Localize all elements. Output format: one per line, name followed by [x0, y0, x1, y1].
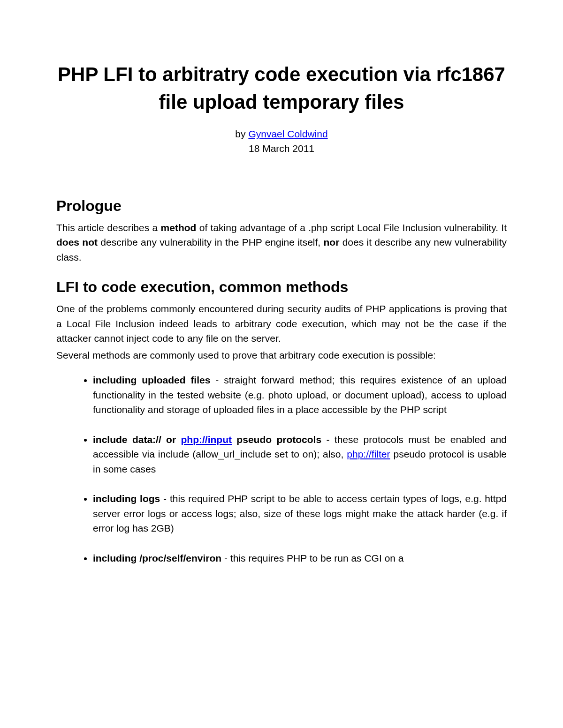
methods-intro-1: One of the problems commonly encountered… — [56, 301, 507, 346]
section-heading-methods: LFI to code execution, common methods — [56, 278, 507, 296]
publication-date: 18 March 2011 — [249, 143, 314, 154]
document-title: PHP LFI to arbitratry code execution via… — [56, 61, 507, 116]
section-heading-prologue: Prologue — [56, 197, 507, 215]
byline-prefix: by — [235, 128, 248, 139]
methods-intro-2: Several methods are commonly used to pro… — [56, 348, 507, 363]
php-filter-link[interactable]: php://filter — [347, 449, 390, 459]
list-item: including uploaded files - straight forw… — [93, 373, 507, 417]
php-input-link[interactable]: php://input — [181, 434, 232, 445]
list-item: include data:// or php://input pseudo pr… — [93, 432, 507, 477]
prologue-paragraph: This article describes a method of takin… — [56, 220, 507, 265]
list-item: including logs - this required PHP scrip… — [93, 491, 507, 536]
byline: by Gynvael Coldwind 18 March 2011 — [56, 127, 507, 156]
methods-list: including uploaded files - straight forw… — [56, 373, 507, 565]
list-item: including /proc/self/environ - this requ… — [93, 551, 507, 566]
author-link[interactable]: Gynvael Coldwind — [248, 128, 327, 139]
